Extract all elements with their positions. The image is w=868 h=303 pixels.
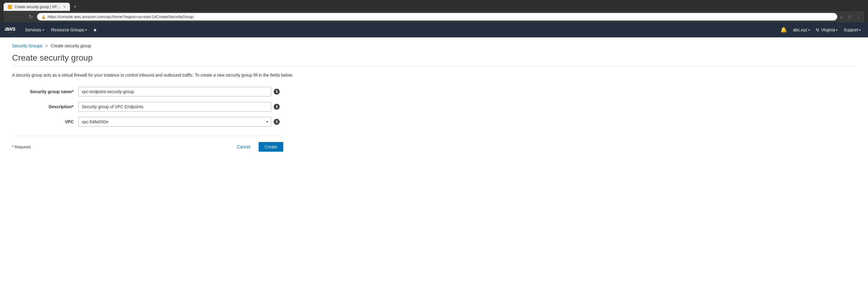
page-description: A security group acts as a virtual firew… xyxy=(12,72,856,79)
security-group-name-input[interactable] xyxy=(79,87,271,96)
form-row-vpc: VPC vpc-548a592e ▾ ℹ xyxy=(12,117,283,127)
aws-logo-smile: ~ xyxy=(9,31,11,34)
cancel-button[interactable]: Cancel xyxy=(232,142,255,152)
region-menu[interactable]: N. Virginia ▾ xyxy=(813,22,840,37)
browser-chrome: Create security group | VPC M... × + ← →… xyxy=(0,0,868,22)
description-input[interactable] xyxy=(79,102,271,112)
breadcrumb-current: Create security group xyxy=(51,43,91,48)
breadcrumb: Security Groups > Create security group xyxy=(12,43,856,48)
refresh-button[interactable]: ↻ xyxy=(28,13,34,20)
form-row-description: Description* ℹ xyxy=(12,102,283,112)
name-input-wrap: ℹ xyxy=(79,87,283,96)
new-tab-button[interactable]: + xyxy=(71,2,79,11)
user-label: abc.xyz xyxy=(793,27,807,32)
region-chevron: ▾ xyxy=(836,28,838,32)
form-container: Security group name* ℹ Description* ℹ VP… xyxy=(12,87,283,152)
main-content: Security Groups > Create security group … xyxy=(0,37,868,295)
form-row-name: Security group name* ℹ xyxy=(12,87,283,96)
form-footer: * Required Cancel Create xyxy=(12,136,283,152)
page-title: Create security group xyxy=(12,53,856,63)
favorites-icon: ★ xyxy=(93,27,97,33)
browser-more-icon[interactable]: ⋮ xyxy=(856,14,861,20)
favorites-button[interactable]: ★ xyxy=(90,27,99,33)
create-button[interactable]: Create xyxy=(258,142,283,152)
support-chevron: ▾ xyxy=(859,28,861,32)
vpc-select-wrap: vpc-548a592e ▾ ℹ xyxy=(79,117,283,127)
back-button[interactable]: ← xyxy=(7,13,14,20)
browser-search-icon[interactable]: ⌕ xyxy=(840,14,843,20)
required-note: * Required xyxy=(12,145,30,149)
region-label: N. Virginia xyxy=(816,27,835,32)
name-info-icon[interactable]: ℹ xyxy=(274,89,280,95)
tab-bar: Create security group | VPC M... × + xyxy=(4,2,864,11)
resource-groups-menu[interactable]: Resource Groups ▾ xyxy=(48,22,91,37)
forward-button[interactable]: → xyxy=(18,13,25,20)
tab-title: Create security group | VPC M... xyxy=(14,5,61,9)
support-menu[interactable]: Support ▾ xyxy=(841,22,863,37)
user-menu[interactable]: abc.xyz ▾ xyxy=(790,22,812,37)
description-input-wrap: ℹ xyxy=(79,102,283,112)
resource-groups-label: Resource Groups xyxy=(51,27,84,32)
breadcrumb-parent-link[interactable]: Security Groups xyxy=(12,43,42,48)
services-label: Services xyxy=(25,27,41,32)
aws-logo-text: aws xyxy=(5,26,16,32)
services-chevron: ▾ xyxy=(42,28,44,32)
breadcrumb-separator: > xyxy=(45,43,48,48)
lock-icon: 🔒 xyxy=(41,15,46,19)
vpc-label: VPC xyxy=(12,119,79,124)
resource-groups-chevron: ▾ xyxy=(85,28,87,32)
address-bar[interactable]: 🔒 https://console.aws.amazon.com/vpc/hom… xyxy=(37,13,837,21)
url-text: https://console.aws.amazon.com/vpc/home?… xyxy=(48,14,194,19)
browser-star-icon[interactable]: ☆ xyxy=(847,14,852,20)
aws-logo[interactable]: aws ~ xyxy=(5,26,16,34)
description-info-icon[interactable]: ℹ xyxy=(274,104,280,110)
vpc-select[interactable]: vpc-548a592e xyxy=(79,117,271,127)
active-tab[interactable]: Create security group | VPC M... × xyxy=(4,3,70,11)
tab-close-button[interactable]: × xyxy=(63,4,66,9)
page-divider xyxy=(12,66,856,66)
footer-actions: Cancel Create xyxy=(232,142,283,152)
services-menu[interactable]: Services ▾ xyxy=(22,22,48,37)
vpc-select-container: vpc-548a592e ▾ xyxy=(79,117,271,127)
description-label: Description* xyxy=(12,104,79,109)
nav-right: 🔔 abc.xyz ▾ N. Virginia ▾ Support ▾ xyxy=(778,22,863,37)
aws-nav: aws ~ Services ▾ Resource Groups ▾ ★ 🔔 a… xyxy=(0,22,868,37)
name-label: Security group name* xyxy=(12,89,79,94)
user-chevron: ▾ xyxy=(808,28,810,32)
address-bar-row: ← → ↻ 🔒 https://console.aws.amazon.com/v… xyxy=(4,11,864,22)
tab-favicon xyxy=(8,5,12,9)
notification-bell[interactable]: 🔔 xyxy=(778,27,789,33)
browser-actions: ⌕ ☆ ⋮ xyxy=(840,14,861,20)
vpc-info-icon[interactable]: ℹ xyxy=(274,119,280,125)
support-label: Support xyxy=(844,27,858,32)
